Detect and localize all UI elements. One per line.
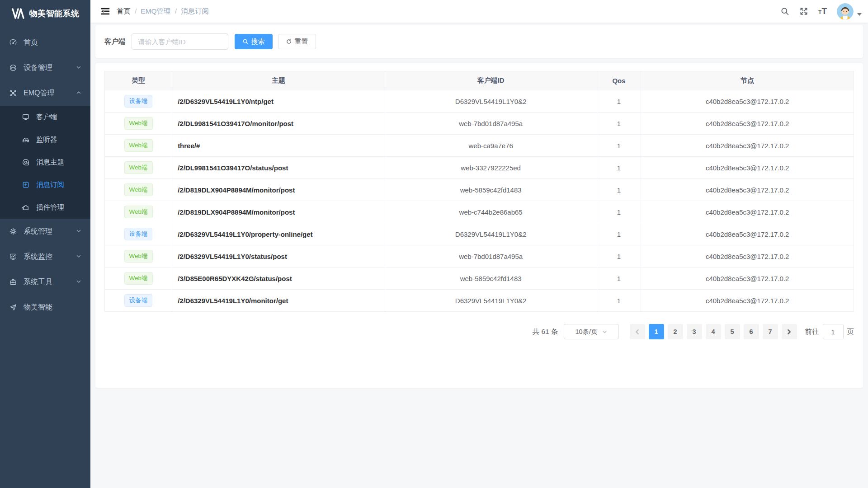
navbar: 首页 / EMQ管理 / 消息订阅 TT (90, 0, 868, 23)
sidebar-item-listener[interactable]: 监听器 (0, 128, 90, 151)
search-form: 客户端 搜索 重置 (95, 25, 863, 58)
sidebar-item-home[interactable]: 首页 (0, 30, 90, 55)
page-button-2[interactable]: 2 (668, 324, 683, 339)
node-cell: c40b2d8ea5c3@172.17.0.2 (641, 179, 854, 201)
search-button[interactable]: 搜索 (235, 34, 273, 49)
search-icon (242, 38, 249, 45)
subscribe-icon (22, 181, 30, 189)
jump-page-input[interactable] (823, 324, 844, 339)
qos-cell: 1 (597, 90, 641, 113)
type-cell: 设备端 (105, 290, 172, 312)
chevron-down-icon (76, 227, 81, 235)
sidebar-item-system-mgmt[interactable]: 系统管理 (0, 219, 90, 244)
client-id-input[interactable] (132, 33, 228, 50)
app-logo[interactable]: 物美智能系统 (0, 0, 90, 27)
topic-icon (22, 158, 30, 166)
sidebar-item-msg-subscribe[interactable]: 消息订阅 (0, 174, 90, 196)
avatar[interactable] (837, 3, 854, 20)
col-header-qos: Qos (597, 71, 641, 90)
jump-prefix-label: 前往 (805, 327, 819, 337)
topic: /2/D6329VL54419L1Y0/monitor/get (172, 290, 385, 312)
breadcrumb-item-emq[interactable]: EMQ管理 (141, 7, 170, 16)
reset-button[interactable]: 重置 (278, 34, 316, 49)
type-cell: Web端 (105, 245, 172, 267)
col-header-node: 节点 (641, 71, 854, 90)
client-id-cell: web-7bd01d87a495a (385, 245, 597, 267)
sidebar-collapse-icon[interactable] (100, 6, 110, 16)
sidebar-item-label: 消息主题 (36, 158, 64, 167)
monitor-chart-icon (9, 253, 17, 261)
sidebar-item-system-monitor[interactable]: 系统监控 (0, 244, 90, 269)
node-cell: c40b2d8ea5c3@172.17.0.2 (641, 113, 854, 135)
header-search-icon[interactable] (780, 7, 789, 16)
type-cell: Web端 (105, 113, 172, 135)
page-size-select[interactable]: 10条/页 (564, 324, 619, 339)
type-cell: Web端 (105, 157, 172, 179)
qos-cell: 1 (597, 157, 641, 179)
pagination: 共 61 条 10条/页 1234567 前往 页 (104, 324, 854, 339)
topic: /2/DL9981541O39417O/monitor/post (172, 113, 385, 135)
sidebar-item-label: 监听器 (36, 135, 57, 145)
page-button-3[interactable]: 3 (687, 324, 702, 339)
page-button-7[interactable]: 7 (763, 324, 778, 339)
table-row: Web端/2/DL9981541O39417O/status/postweb-3… (105, 157, 854, 179)
sidebar-item-label: EMQ管理 (24, 89, 54, 98)
sidebar-item-emq-mgmt[interactable]: EMQ管理 (0, 80, 90, 106)
table-row: Web端/2/D6329VL54419L1Y0/status/postweb-7… (105, 245, 854, 267)
node-cell: c40b2d8ea5c3@172.17.0.2 (641, 290, 854, 312)
breadcrumb-separator: / (175, 7, 177, 15)
fullscreen-icon[interactable] (799, 7, 808, 16)
font-size-icon[interactable]: TT (818, 6, 827, 16)
table-row: Web端/2/D819DLX904P8894M/monitor/postweb-… (105, 201, 854, 223)
client-id-cell: D6329VL54419L1Y0&2 (385, 223, 597, 245)
page-button-5[interactable]: 5 (725, 324, 740, 339)
sidebar-item-label: 物美智能 (24, 303, 52, 312)
chevron-up-icon (76, 89, 81, 97)
qos-cell: 1 (597, 179, 641, 201)
total-count-label: 共 61 条 (533, 327, 558, 337)
topic: /2/D819DLX904P8894M/monitor/post (172, 201, 385, 223)
type-cell: 设备端 (105, 223, 172, 245)
device-tag: 设备端 (124, 95, 153, 108)
col-header-type: 类型 (105, 71, 172, 90)
chevron-down-icon (76, 64, 81, 72)
table-row: 设备端/2/D6329VL54419L1Y0/monitor/getD6329V… (105, 290, 854, 312)
sidebar-item-device-mgmt[interactable]: 设备管理 (0, 55, 90, 80)
sidebar-item-label: 首页 (24, 38, 38, 47)
sidebar-item-client[interactable]: 客户端 (0, 106, 90, 128)
client-field-label: 客户端 (104, 37, 126, 47)
topic: /2/D6329VL54419L1Y0/property-online/get (172, 223, 385, 245)
breadcrumb: 首页 / EMQ管理 / 消息订阅 (117, 7, 209, 16)
sidebar-item-msg-topic[interactable]: 消息主题 (0, 151, 90, 174)
client-id-cell: web-5859c42fd1483 (385, 179, 597, 201)
web-tag: Web端 (124, 183, 153, 196)
user-menu[interactable] (837, 3, 862, 20)
prev-page-button[interactable] (630, 324, 645, 339)
subscription-table-card: 类型 主题 客户端ID Qos 节点 设备端/2/D6329VL54419L1Y… (95, 63, 863, 388)
col-header-topic: 主题 (172, 71, 385, 90)
page-button-6[interactable]: 6 (744, 324, 759, 339)
sidebar-item-label: 消息订阅 (36, 180, 64, 190)
client-icon (22, 113, 30, 121)
sidebar-item-wumei-smart[interactable]: 物美智能 (0, 295, 90, 320)
topic: /2/D6329VL54419L1Y0/ntp/get (172, 90, 385, 113)
breadcrumb-item-current: 消息订阅 (181, 7, 209, 16)
client-id-cell: D6329VL54419L1Y0&2 (385, 290, 597, 312)
sidebar-item-label: 客户端 (36, 113, 57, 122)
sidebar-item-label: 设备管理 (24, 63, 52, 73)
topic: /2/D819DLX904P8894M/monitor/post (172, 179, 385, 201)
client-id-cell: web-ca9a7e76 (385, 135, 597, 157)
app-title: 物美智能系统 (29, 8, 80, 19)
web-tag: Web端 (124, 161, 153, 174)
table-header-row: 类型 主题 客户端ID Qos 节点 (105, 71, 854, 90)
toolbox-icon (9, 278, 17, 286)
sidebar-item-plugin-mgmt[interactable]: 插件管理 (0, 196, 90, 219)
qos-cell: 1 (597, 223, 641, 245)
page-button-1[interactable]: 1 (649, 324, 664, 339)
breadcrumb-item-home[interactable]: 首页 (117, 7, 131, 16)
sidebar-item-system-tools[interactable]: 系统工具 (0, 269, 90, 295)
node-cell: c40b2d8ea5c3@172.17.0.2 (641, 223, 854, 245)
sidebar-item-label: 系统工具 (24, 277, 52, 287)
next-page-button[interactable] (782, 324, 797, 339)
page-button-4[interactable]: 4 (706, 324, 721, 339)
